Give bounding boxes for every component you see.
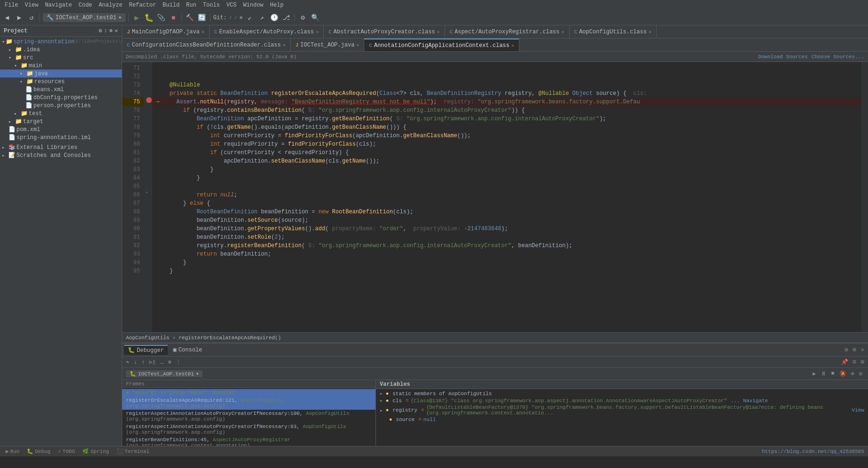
choose-sources-link[interactable]: Choose Sources... [812, 54, 864, 60]
tree-item-beans-xml[interactable]: 📄 beans.xml [0, 86, 122, 94]
attach-button[interactable]: 📎 [156, 13, 166, 23]
tab-close-4[interactable]: ✕ [562, 29, 564, 35]
tree-item-pom[interactable]: 📄 pom.xml [0, 125, 122, 133]
tab-aop-config[interactable]: C AopConfigUtils.class ✕ [570, 25, 657, 38]
pause-btn[interactable]: ⏸ [819, 369, 828, 378]
menu-item-navigate[interactable]: Navigate [42, 1, 75, 9]
debug-button[interactable]: 🐛 [144, 13, 154, 23]
sidebar-sort-icon[interactable]: ↕ [104, 28, 107, 34]
tab-aspect-registrar[interactable]: C Aspect/AutoProxyRegistrar.class ✕ [445, 25, 570, 38]
back-button[interactable]: ◀ [2, 13, 12, 23]
tab-close-8[interactable]: ✕ [511, 43, 514, 48]
tree-item-external-libs[interactable]: ▸ 📚 External Libraries [0, 143, 122, 151]
fold-marker-86[interactable]: ▸ [146, 190, 149, 195]
sync-button[interactable]: 🔄 [197, 13, 207, 23]
git-x[interactable]: ✕ [239, 14, 242, 21]
mute-btn[interactable]: 🔕 [837, 369, 848, 378]
tree-item-scratches[interactable]: ▸ 📝 Scratches and Consoles [0, 151, 122, 159]
git-history-btn[interactable]: 🕐 [269, 13, 279, 23]
run-button[interactable]: ▶ [132, 13, 142, 23]
tab-main-config[interactable]: J MainConfigOfAOP.java ✕ [122, 25, 210, 38]
build-button[interactable]: 🔨 [185, 13, 195, 23]
menu-item-code[interactable]: Code [76, 1, 95, 9]
sidebar-gear-icon[interactable]: ⚙ [99, 27, 102, 34]
close-bottom-icon[interactable]: ✕ [859, 345, 866, 354]
debug-icon-maximize[interactable]: ⊞ [859, 358, 866, 366]
tab-console[interactable]: ▣ Console [170, 345, 206, 354]
menu-item-refactor[interactable]: Refactor [126, 1, 159, 9]
sidebar-close-icon[interactable]: ✕ [115, 27, 118, 34]
settings-bottom-icon[interactable]: ⚙ [843, 345, 850, 354]
file-path-aop[interactable]: AopConfigUtils › registerOrEscalateApcAs… [126, 335, 281, 341]
menu-item-file[interactable]: File [2, 1, 21, 9]
get-thread-dump-btn[interactable]: ⊕ [849, 369, 856, 378]
menu-item-window[interactable]: Window [240, 1, 266, 9]
var-item-source[interactable]: ● source = null [376, 416, 868, 423]
icon-step-out[interactable]: ↑ [140, 359, 147, 366]
menu-item-analyze[interactable]: Analyze [96, 1, 125, 9]
status-link[interactable]: https://blog.csdn.net/qq_42536565 [762, 449, 864, 454]
tree-item-dbconfig[interactable]: 📄 dbConfig.properties [0, 94, 122, 101]
download-sources-link[interactable]: Download Sources [758, 54, 808, 60]
var-item-registry[interactable]: ▸ ● registry = {DefaultListableBeanFacto… [376, 404, 868, 416]
resume-btn[interactable]: ▶ [811, 369, 818, 378]
project-selector[interactable]: 🔧 IOCTest_AOP.test01 ▾ [43, 13, 125, 22]
tab-close-5[interactable]: ✕ [649, 29, 651, 35]
debug-icon-restore[interactable]: ⊟ [851, 358, 858, 366]
code-content[interactable]: @Nullable private static BeanDefinition … [152, 62, 861, 332]
layout-icon[interactable]: ⊞ [851, 345, 858, 354]
tab-ioc-test[interactable]: J IOCTest_AOP.java ✕ [291, 39, 365, 51]
icon-run-to-cursor[interactable]: ▷| [148, 359, 157, 366]
run-status-btn[interactable]: ▶ Run [4, 448, 21, 455]
icon-eval[interactable]: … [158, 359, 165, 366]
session-selector[interactable]: 🐛 IOCTest_AOP.test01 ▾ [126, 370, 203, 377]
menu-item-build[interactable]: Build [160, 1, 182, 9]
sidebar-expand-icon[interactable]: ⊕ [109, 27, 113, 34]
tab-close-1[interactable]: ✕ [202, 29, 204, 35]
tree-item-test[interactable]: ▸ 📁 test [0, 109, 122, 117]
tab-abstract-proxy[interactable]: C AbstractAutoProxyCreator.class ✕ [324, 25, 445, 38]
frame-item-running[interactable]: ● "main"@1 in group "main": RUNNING [122, 389, 375, 397]
settings-btn[interactable]: ⚙ [297, 13, 308, 23]
tab-annotation-context[interactable]: C AnnotationConfigApplicationContext.cla… [364, 39, 519, 51]
search-btn[interactable]: 🔍 [310, 13, 320, 23]
menu-item-view[interactable]: View [22, 1, 41, 9]
tree-item-idea[interactable]: ▸ 📁 .idea [0, 46, 122, 54]
stop-button[interactable]: ■ [168, 13, 179, 23]
tab-debugger[interactable]: 🐛 Debugger [124, 345, 168, 355]
settings2-btn[interactable]: ⚙ [857, 369, 864, 378]
menu-item-help[interactable]: Help [267, 1, 287, 9]
frame-item-register-bean-defs[interactable]: registerBeanDefinitions:45, AspectJAutoP… [122, 436, 375, 446]
tab-close-6[interactable]: ✕ [282, 42, 285, 48]
tree-item-target[interactable]: ▸ 📁 target [0, 117, 122, 125]
tree-item-resources[interactable]: ▾ 📁 resources [0, 78, 122, 86]
git-push-btn[interactable]: ↗ [257, 13, 267, 23]
tab-close-7[interactable]: ✕ [356, 42, 359, 48]
tree-item-iml[interactable]: 📄 spring-annontation.iml [0, 133, 122, 141]
tab-enable-aspect[interactable]: C EnableAspect/AutoProxy.class ✕ [210, 25, 324, 38]
frame-item-register-or-escalate[interactable]: registerOrEscalateApcAsRequired:121, Aop… [122, 397, 375, 410]
tab-close-3[interactable]: ✕ [437, 29, 440, 35]
right-scrollbar[interactable] [861, 62, 868, 332]
spring-status-btn[interactable]: 🌿 Spring [80, 448, 111, 455]
frame-item-register-aspect2[interactable]: registerAspectJAnnotationAutoProxyCreato… [122, 423, 375, 436]
forward-button[interactable]: ▶ [14, 13, 24, 23]
git-update-btn[interactable]: ↙ [244, 13, 255, 23]
todo-status-btn[interactable]: ✓ TODO [56, 448, 77, 455]
icon-frames-view[interactable]: ≡ [166, 359, 173, 366]
tree-item-person-props[interactable]: 📄 person.properties [0, 101, 122, 109]
tree-item-main[interactable]: ▾ 📁 main [0, 62, 122, 70]
icon-step-over[interactable]: ↷ [124, 359, 131, 366]
var-item-static[interactable]: ▸ ● static members of AopConfigUtils [376, 390, 868, 397]
git-check-2[interactable]: ✓ [234, 14, 237, 21]
tab-close-2[interactable]: ✕ [316, 29, 319, 35]
menu-item-tools[interactable]: Tools [200, 1, 223, 9]
revert-button[interactable]: ↺ [26, 13, 37, 23]
git-branch-btn[interactable]: ⎇ [281, 13, 291, 23]
stop-session-btn[interactable]: ■ [829, 369, 836, 378]
tree-item-root[interactable]: ▾ 📁 spring-annontation D:\IdeaProjects\s… [0, 38, 122, 46]
tree-item-java[interactable]: ▾ 📁 java [0, 70, 122, 78]
git-check-1[interactable]: ✓ [229, 14, 232, 21]
debug-icon-pin[interactable]: 📌 [839, 358, 850, 366]
var-navigate-cls[interactable]: ... Navigate [731, 398, 768, 404]
